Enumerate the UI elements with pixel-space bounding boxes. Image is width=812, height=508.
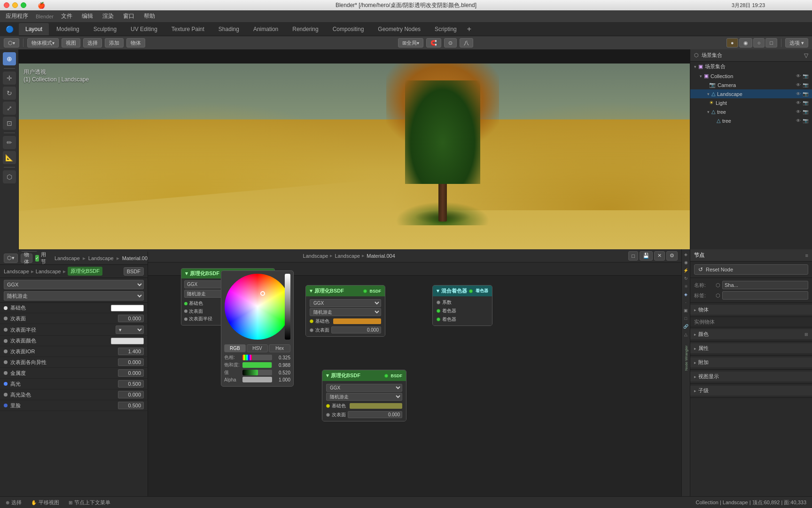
solid-mode[interactable]: ○ <box>753 38 765 48</box>
render-icon-camera[interactable]: 📷 <box>803 82 808 87</box>
prop-tab-object[interactable]: □ <box>683 315 689 322</box>
mix-factor-socket[interactable] <box>437 301 440 304</box>
ior-num-field[interactable]: 1.400 <box>118 348 144 355</box>
proportional-editing[interactable]: ⊙ <box>444 38 457 48</box>
view-display-header[interactable]: ▸ 视图显示 <box>690 372 812 381</box>
mix-output-socket[interactable] <box>469 289 473 293</box>
value-slider[interactable] <box>242 370 272 375</box>
prop-tab-constraints[interactable]: 🔗 <box>683 323 689 330</box>
shader-object-type[interactable]: 物体 <box>21 254 32 263</box>
node-header-snapshot[interactable]: □ <box>628 251 638 261</box>
outliner-item-landscape[interactable]: ▾ △ Landscape 👁 📷 <box>690 89 812 98</box>
specular-num-field[interactable]: 0.500 <box>118 380 144 388</box>
node-header-close[interactable]: ✕ <box>654 251 665 261</box>
alpha-slider[interactable] <box>242 377 272 382</box>
eye-icon-camera[interactable]: 👁 <box>796 82 801 87</box>
menu-help[interactable]: 帮助 <box>142 11 157 21</box>
prop-tab-data[interactable]: △ <box>683 331 689 338</box>
render-icon-tree2[interactable]: 📷 <box>803 118 808 123</box>
hue-slider[interactable] <box>242 355 272 360</box>
tool-scale[interactable]: ⤢ <box>3 102 16 115</box>
node-header-settings[interactable]: ⚙ <box>666 251 678 261</box>
menu-render[interactable]: 渲染 <box>101 11 116 21</box>
options-button[interactable]: 选项 ▾ <box>785 38 808 48</box>
children-header[interactable]: ▸ 子级 <box>690 386 812 396</box>
eye-icon-landscape[interactable]: 👁 <box>796 91 801 96</box>
bsdf2-random-select[interactable]: 随机游走 <box>326 393 402 401</box>
add-workspace-button[interactable]: + <box>464 25 474 33</box>
color-tab-rgb[interactable]: RGB <box>224 344 246 352</box>
eye-icon-tree1[interactable]: 👁 <box>796 109 801 114</box>
eye-icon-tree2[interactable]: 👁 <box>796 118 801 123</box>
outliner-filter[interactable]: ▽ <box>804 52 808 59</box>
extra-num-field[interactable]: 0.500 <box>118 402 144 409</box>
bsdf-left-radius-socket[interactable] <box>184 318 187 321</box>
wireframe-mode[interactable]: □ <box>765 38 777 48</box>
tool-transform[interactable]: ⊡ <box>3 117 16 130</box>
tab-sculpting[interactable]: Sculpting <box>87 23 123 35</box>
object-section-header[interactable]: ▸ 物体 <box>690 305 812 315</box>
color-wheel-container[interactable] <box>225 274 290 340</box>
bsdf-random-dropdown[interactable]: 随机游走 <box>4 291 144 301</box>
prop-tab-speed[interactable]: ⚡ <box>683 267 689 274</box>
view-menu[interactable]: 视图 <box>62 38 80 48</box>
outliner-item-tree1[interactable]: ▾ △ tree 👁 📷 <box>690 107 812 116</box>
tab-animation[interactable]: Animation <box>247 23 285 35</box>
color-section-header[interactable]: ▸ 颜色 ⊞ <box>690 329 812 339</box>
material-mode[interactable]: ◉ <box>739 38 752 48</box>
tab-shading[interactable]: Shading <box>212 23 246 35</box>
reset-node-button[interactable]: ↺ Reset Node <box>694 264 808 275</box>
outliner-item-camera[interactable]: 📷 Camera 👁 📷 <box>690 80 812 89</box>
outliner-item-collection[interactable]: ▾ ▣ Collection 👁 📷 <box>690 71 812 80</box>
tab-rendering[interactable]: Rendering <box>286 23 325 35</box>
editor-type-selector[interactable]: ⬡▾ <box>4 38 19 48</box>
specular-tint-num-field[interactable]: 0.000 <box>118 391 144 398</box>
node-props-menu[interactable]: ≡ <box>805 253 808 258</box>
bsdf2-subsurface-value[interactable]: 0.000 <box>348 411 402 418</box>
menu-edit[interactable]: 编辑 <box>80 11 95 21</box>
bsdf2-color-swatch[interactable] <box>350 403 402 409</box>
tab-layout[interactable]: Layout <box>19 23 49 35</box>
bsdf-node-2[interactable]: ▾ 原理化BSDF BSDF GGX 随机游走 基础色 <box>322 370 406 421</box>
prop-tab-cache[interactable]: ◉ <box>683 259 689 266</box>
subsurface-radius-select[interactable]: ▾ <box>116 325 144 334</box>
saturation-slider[interactable] <box>242 362 272 368</box>
color-tab-hex[interactable]: Hex <box>269 344 290 352</box>
brightness-bar[interactable] <box>285 274 290 340</box>
menu-window[interactable]: 窗口 <box>121 11 136 21</box>
prop-tab-particles[interactable]: · <box>683 299 689 306</box>
tool-cursor[interactable]: ⊕ <box>3 52 16 65</box>
object-menu[interactable]: 物体 <box>126 38 145 48</box>
bsdf2-output-socket[interactable] <box>384 374 388 378</box>
close-button[interactable] <box>4 2 9 8</box>
tool-move[interactable]: ✛ <box>3 71 16 85</box>
extra-section-header[interactable]: ▸ 附加 <box>690 357 812 367</box>
bsdf-detail-scroll[interactable]: Landscape ▸ Landscape ▸ 原理化BSDF BSDF GGX… <box>0 265 148 496</box>
tab-scripting[interactable]: Scripting <box>428 23 463 35</box>
color-tab-hsv[interactable]: HSV <box>247 344 268 352</box>
color-picker-popup[interactable]: RGB HSV Hex 色相: 0.325 饱和度: 0.988 值 0.520… <box>221 270 294 387</box>
node-name-input[interactable] <box>722 281 808 289</box>
prop-tab-render[interactable]: ▣ <box>683 307 689 314</box>
bsdf-left-base-socket[interactable] <box>184 302 187 305</box>
bsdf2-base-color-socket[interactable] <box>326 404 330 408</box>
subsurface-num-field[interactable]: 0.000 <box>118 315 144 322</box>
menu-file[interactable]: 文件 <box>59 11 74 21</box>
tab-compositing[interactable]: Compositing <box>326 23 371 35</box>
tool-rotate[interactable]: ↻ <box>3 87 16 100</box>
color-wheel[interactable] <box>225 274 290 340</box>
render-icon-tree1[interactable]: 📷 <box>803 109 808 114</box>
mix-shader-node[interactable]: ▾ 混合着色器 着色器 系数 着色器 着色器 <box>432 285 492 326</box>
bsdf1-random-select[interactable]: 随机游走 <box>310 308 381 316</box>
prop-tab-physics[interactable]: ⚛ <box>683 283 689 290</box>
snap-button[interactable]: 🧲 <box>426 38 441 48</box>
global-mode[interactable]: ⊞全局▾ <box>398 38 423 48</box>
mix-shader1-socket[interactable] <box>437 309 440 313</box>
tool-add[interactable]: ⬡ <box>3 170 16 183</box>
tool-annotate[interactable]: ✏ <box>3 136 16 149</box>
bsdf1-output-socket[interactable] <box>363 289 367 293</box>
minimize-button[interactable] <box>12 2 18 8</box>
attributes-section-header[interactable]: ▸ 属性 <box>690 343 812 353</box>
node-header-save[interactable]: 💾 <box>640 251 653 261</box>
tool-measure[interactable]: 📐 <box>3 151 16 164</box>
